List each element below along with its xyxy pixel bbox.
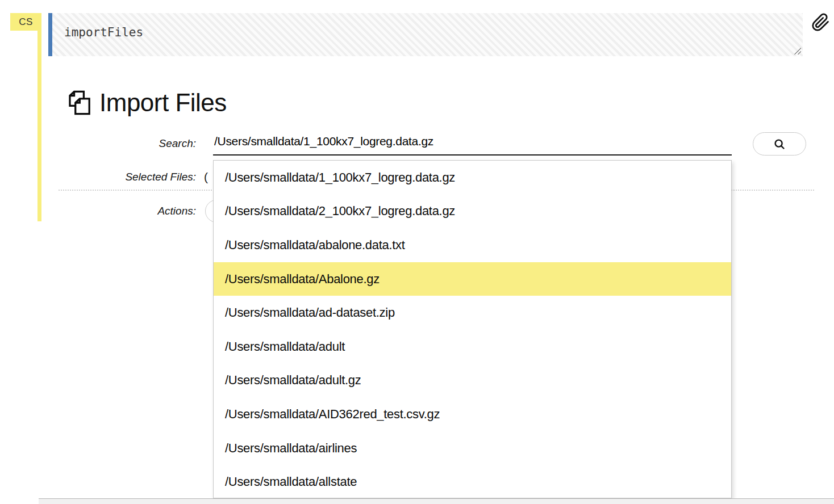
search-button[interactable] — [753, 132, 806, 156]
cell-bottom-divider — [39, 498, 834, 504]
dropdown-item[interactable]: /Users/smalldata/ad-dataset.zip — [214, 296, 731, 330]
selected-files-label: Selected Files: — [0, 170, 196, 184]
page-title: Import Files — [99, 89, 227, 117]
files-icon — [63, 90, 91, 116]
dropdown-item[interactable]: /Users/smalldata/1_100kx7_logreg.data.gz — [214, 161, 731, 195]
resize-handle-icon[interactable] — [793, 47, 801, 54]
dropdown-item[interactable]: /Users/smalldata/airlines — [214, 431, 731, 465]
code-cell[interactable]: importFiles — [48, 13, 803, 56]
flow-notebook: CS importFiles Import Files Search: Sele… — [0, 0, 834, 504]
dropdown-item[interactable]: /Users/smalldata/Abalone.gz — [214, 262, 731, 296]
page-header: Import Files — [63, 85, 227, 120]
cell-type-badge: CS — [10, 13, 41, 31]
dropdown-item[interactable]: /Users/smalldata/2_100kx7_logreg.data.gz — [214, 195, 731, 229]
paperclip-icon[interactable] — [811, 13, 830, 32]
dropdown-item[interactable]: /Users/smalldata/adult.gz — [214, 364, 731, 398]
actions-label: Actions: — [0, 204, 196, 219]
search-input[interactable] — [213, 131, 732, 156]
dropdown-item[interactable]: /Users/smalldata/allstate — [214, 465, 731, 498]
dropdown-item[interactable]: /Users/smalldata/AID362red_test.csv.gz — [214, 397, 731, 431]
dropdown-item[interactable]: /Users/smalldata/adult — [214, 330, 731, 364]
search-label: Search: — [0, 136, 196, 151]
code-cell-input[interactable]: importFiles — [64, 26, 143, 39]
dropdown-item[interactable]: /Users/smalldata/abalone.data.txt — [214, 228, 731, 262]
cell-selection-bar — [37, 13, 41, 221]
typeahead-dropdown: /Users/smalldata/1_100kx7_logreg.data.gz… — [213, 160, 732, 498]
search-icon — [773, 138, 786, 150]
selected-files-value: ( — [204, 170, 208, 184]
